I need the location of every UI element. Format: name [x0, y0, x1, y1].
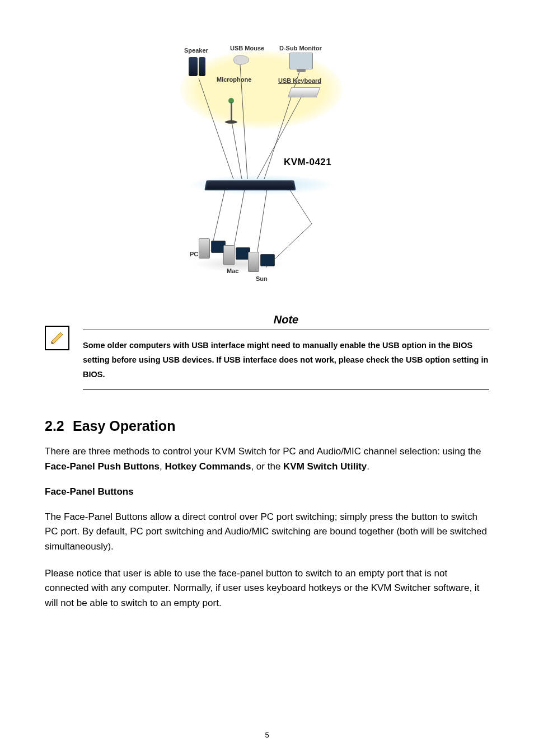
- label-dsub-monitor: D-Sub Monitor: [279, 45, 322, 51]
- intro-post: .: [367, 461, 369, 472]
- label-pc: PC: [190, 251, 198, 257]
- paragraph-face-panel-desc: The Face-Panel Buttons allow a direct co…: [45, 510, 489, 554]
- note-title: Note: [83, 313, 489, 326]
- note-text: Some older computers with USB interface …: [83, 338, 489, 382]
- paragraph-empty-port: Please notice that user is able to use t…: [45, 566, 489, 611]
- kvm-switch-icon: [204, 180, 296, 190]
- section-number: 2.2: [45, 418, 73, 434]
- microphone-icon: [225, 98, 237, 124]
- label-microphone: Microphone: [217, 76, 251, 83]
- intro-sep-2: , or the: [251, 461, 283, 472]
- intro-bold-3: KVM Switch Utility: [283, 461, 367, 472]
- subheading-face-panel: Face-Panel Buttons: [45, 486, 489, 497]
- label-usb-mouse: USB Mouse: [230, 45, 264, 51]
- keyboard-icon: [288, 87, 321, 97]
- svg-line-8: [289, 189, 312, 224]
- label-speaker: Speaker: [184, 47, 208, 54]
- speaker-icon: [189, 57, 198, 76]
- monitor-icon: [289, 53, 313, 69]
- intro-pre: There are three methods to control your …: [45, 446, 481, 457]
- section-intro: There are three methods to control your …: [45, 444, 489, 474]
- svg-line-7: [256, 189, 267, 262]
- sun-tower-icon: [248, 252, 259, 272]
- mac-tower-icon: [223, 245, 235, 265]
- intro-bold-1: Face-Panel Push Buttons: [45, 461, 160, 472]
- label-sun: Sun: [256, 275, 268, 282]
- section-title: Easy Operation: [73, 418, 175, 434]
- label-usb-keyboard: USB Keyboard: [278, 77, 321, 84]
- svg-line-3: [231, 119, 242, 179]
- note-block: Note Some older computers with USB inter…: [45, 313, 489, 390]
- section-heading: 2.2Easy Operation: [45, 418, 489, 434]
- label-mac: Mac: [227, 267, 238, 274]
- svg-marker-10: [51, 332, 63, 344]
- page-number: 5: [0, 731, 534, 739]
- intro-bold-2: Hotkey Commands: [165, 461, 251, 472]
- kvm-connection-diagram: Speaker USB Mouse D-Sub Monitor Micropho…: [45, 45, 489, 285]
- pencil-note-icon: [45, 326, 69, 350]
- pc-tower-icon: [199, 238, 210, 259]
- sun-monitor-icon: [260, 254, 275, 266]
- kvm-device-title: KVM-0421: [284, 157, 331, 168]
- svg-line-0: [199, 78, 233, 179]
